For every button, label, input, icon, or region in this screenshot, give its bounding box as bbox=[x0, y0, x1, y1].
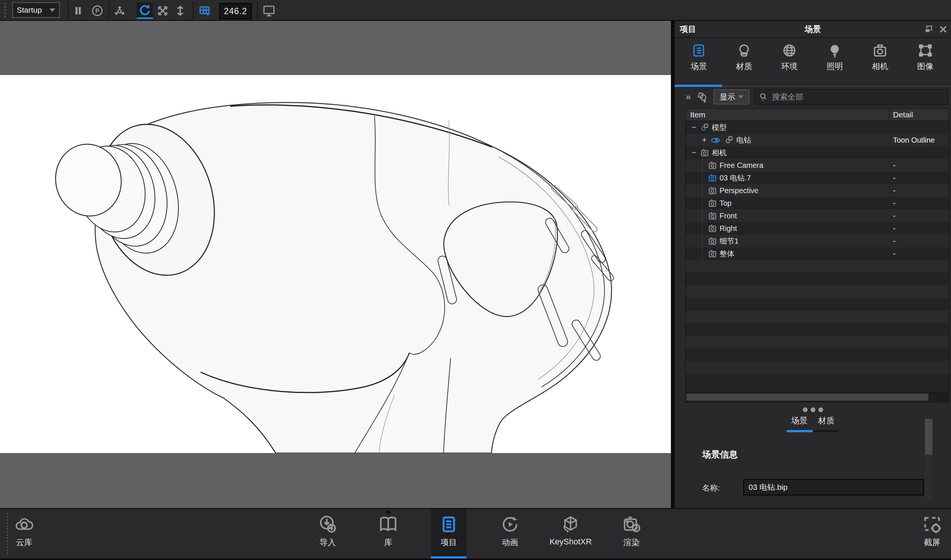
tree-row-label: 相机 bbox=[712, 148, 726, 158]
subtab-material[interactable]: 材质 bbox=[818, 415, 834, 426]
dock-item-library[interactable]: 库 bbox=[366, 509, 411, 558]
tree-row-camera[interactable]: Front - bbox=[686, 209, 949, 222]
dock-item-import[interactable]: 导入 bbox=[305, 509, 350, 558]
tree-row-detail: - bbox=[889, 199, 949, 208]
camera-value-field[interactable]: 246.2 bbox=[219, 3, 252, 19]
tab-environment[interactable]: 环境 bbox=[769, 42, 810, 72]
tree-row-camera[interactable]: Top - bbox=[686, 197, 949, 209]
collapse-expander[interactable]: − bbox=[690, 124, 698, 131]
tree-row-label: Right bbox=[720, 224, 737, 233]
camera-icon bbox=[708, 186, 717, 195]
tree-row-camera[interactable]: Right - bbox=[686, 222, 949, 235]
search-box bbox=[754, 89, 948, 105]
visible-eye-icon[interactable] bbox=[710, 135, 720, 145]
startup-preset-dropdown[interactable]: Startup bbox=[12, 2, 60, 18]
toolbar-separator bbox=[68, 2, 69, 18]
tree-row-camera-active[interactable]: 03 电钻.7 - bbox=[686, 172, 949, 184]
toolbar-separator bbox=[193, 2, 194, 18]
geometry-shapes-icon bbox=[700, 123, 709, 132]
tree-row-label: Top bbox=[720, 199, 731, 208]
scrollbar-thumb[interactable] bbox=[686, 394, 928, 401]
tree-row-camera[interactable]: Perspective - bbox=[686, 184, 949, 197]
tree-row-detail: - bbox=[889, 161, 949, 170]
panel-title-scene: 场景 bbox=[675, 24, 951, 35]
show-filter-label: 显示 bbox=[720, 92, 735, 102]
dock-item-label: 截屏 bbox=[910, 537, 951, 548]
scene-list-icon bbox=[691, 42, 707, 58]
item-column-header[interactable]: Item bbox=[686, 109, 889, 121]
chevron-down-icon bbox=[49, 9, 55, 12]
dock-item-render[interactable]: 渲染 bbox=[609, 509, 654, 558]
tree-row-label: 电钻 bbox=[736, 135, 751, 145]
tree-header-row: Item Detail bbox=[686, 109, 949, 121]
close-icon[interactable] bbox=[939, 25, 948, 34]
dock-item-animation[interactable]: 动画 bbox=[488, 509, 532, 558]
search-input[interactable] bbox=[771, 92, 944, 102]
tree-row-detail: - bbox=[889, 212, 949, 220]
tree-row-label: 03 电钻.7 bbox=[720, 173, 751, 183]
tab-camera[interactable]: 相机 bbox=[860, 42, 900, 72]
pane-resize-dots[interactable] bbox=[675, 407, 951, 414]
geometry-shapes-icon bbox=[725, 135, 734, 145]
dock-item-screenshot[interactable]: 截屏 bbox=[910, 509, 951, 558]
scene-info-heading: 场景信息 bbox=[702, 449, 738, 460]
animation-icon bbox=[500, 514, 520, 535]
tab-lighting[interactable]: 照明 bbox=[814, 42, 855, 72]
camera-icon bbox=[708, 198, 717, 208]
keyshot-window: Startup P bbox=[0, 0, 951, 560]
tab-lighting-label: 照明 bbox=[814, 61, 855, 72]
collapse-expander[interactable]: − bbox=[690, 149, 698, 156]
expand-expander[interactable]: + bbox=[701, 136, 708, 144]
tab-scene-label: 场景 bbox=[678, 61, 719, 72]
horizontal-scrollbar[interactable] bbox=[686, 392, 949, 402]
pause-icon[interactable] bbox=[70, 3, 86, 19]
tab-material-label: 材质 bbox=[724, 61, 765, 72]
turntable-p-icon[interactable]: P bbox=[89, 3, 106, 19]
vertical-scrollbar[interactable] bbox=[925, 419, 933, 499]
tree-row-detail: - bbox=[889, 237, 949, 245]
tree-row-cameras[interactable]: − 相机 bbox=[686, 146, 949, 159]
camera-icon bbox=[708, 211, 717, 221]
expand-chevron-icon[interactable]: » bbox=[686, 92, 691, 102]
tree-row-label: 细节1 bbox=[720, 236, 739, 246]
tab-image[interactable]: 图像 bbox=[905, 42, 946, 72]
empty-row bbox=[686, 272, 949, 285]
move-tool-icon[interactable] bbox=[111, 3, 128, 19]
show-filter-button[interactable]: 显示 bbox=[714, 89, 749, 105]
scene-name-input[interactable] bbox=[743, 479, 924, 495]
screenshot-icon bbox=[922, 514, 942, 535]
tree-row-model[interactable]: − 模型 bbox=[686, 121, 949, 134]
tab-camera-label: 相机 bbox=[860, 61, 900, 72]
add-geometry-icon[interactable] bbox=[696, 91, 708, 103]
float-window-icon[interactable] bbox=[923, 25, 933, 34]
tree-row-detail: - bbox=[889, 249, 949, 258]
dock-item-keyshotxr[interactable]: KeyShotXR bbox=[541, 509, 600, 558]
realtime-viewport[interactable] bbox=[0, 21, 671, 508]
tree-row-camera[interactable]: 细节1 - bbox=[686, 235, 949, 247]
subtab-underline bbox=[787, 430, 839, 432]
top-toolbar: Startup P bbox=[0, 0, 951, 21]
tab-material[interactable]: 材质 bbox=[724, 42, 765, 72]
detail-column-header[interactable]: Detail bbox=[889, 109, 949, 121]
camera-grid-icon[interactable] bbox=[197, 3, 213, 19]
tumble-rotate-icon[interactable] bbox=[137, 3, 153, 19]
scrollbar-thumb[interactable] bbox=[925, 419, 933, 455]
subtab-scene[interactable]: 场景 bbox=[791, 415, 808, 426]
environment-globe-icon bbox=[781, 42, 797, 58]
toolbar-separator bbox=[109, 2, 109, 18]
tree-row-drill[interactable]: + 电钻 Toon Outline bbox=[686, 134, 949, 146]
dolly-tool-icon[interactable] bbox=[172, 3, 188, 19]
tab-scene[interactable]: 场景 bbox=[678, 42, 719, 72]
scene-filter-row: » 显示 bbox=[675, 88, 951, 105]
pan-tool-icon[interactable] bbox=[155, 3, 171, 19]
render-canvas[interactable] bbox=[0, 75, 671, 453]
monitor-icon[interactable] bbox=[261, 3, 277, 19]
tree-row-camera[interactable]: Free Camera - bbox=[686, 159, 949, 172]
camera-icon bbox=[700, 148, 709, 157]
dock-item-cloud-library[interactable]: 云库 bbox=[2, 509, 46, 558]
dock-item-project[interactable]: 项目 bbox=[431, 509, 466, 558]
panel-splitter[interactable] bbox=[671, 21, 675, 508]
panel-title-bar: 项目 场景 bbox=[675, 21, 951, 38]
toolbar-drag-handle[interactable] bbox=[5, 3, 6, 17]
tree-row-camera[interactable]: 整体 - bbox=[686, 247, 949, 260]
